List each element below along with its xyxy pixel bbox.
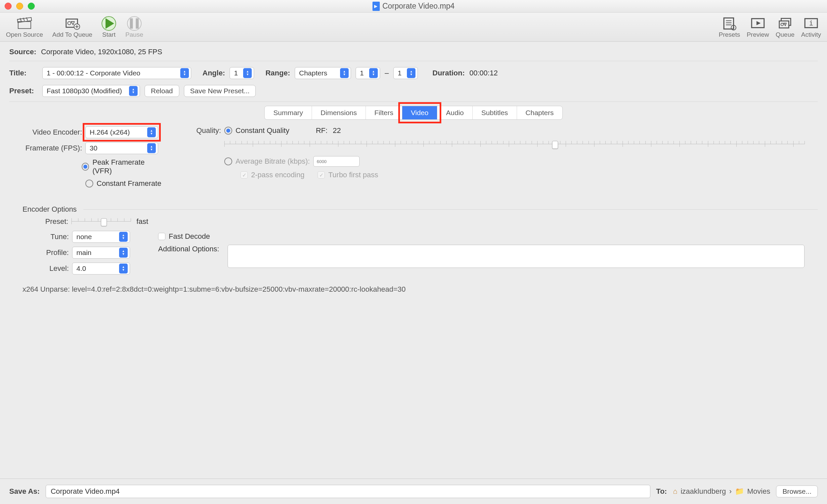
title-select[interactable]: 1 - 00:00:12 - Corporate Video: [42, 67, 191, 79]
average-bitrate-radio[interactable]: [224, 157, 232, 165]
queue-button[interactable]: Queue: [776, 16, 794, 38]
preview-button[interactable]: Preview: [746, 16, 769, 38]
level-select[interactable]: 4.0: [72, 263, 130, 274]
select-arrows-icon: [340, 68, 349, 78]
tab-filters[interactable]: Filters: [366, 106, 402, 119]
profile-select[interactable]: main: [72, 247, 130, 259]
angle-select[interactable]: 1: [230, 67, 254, 79]
window-titlebar: Corporate Video.mp4: [0, 0, 827, 12]
peak-vfr-label: Peak Framerate (VFR): [92, 158, 161, 175]
level-label: Level:: [22, 264, 69, 273]
select-arrows-icon: [147, 143, 156, 153]
duration-label: Duration:: [432, 69, 465, 78]
additional-options-input[interactable]: [228, 245, 805, 268]
select-arrows-icon: [119, 248, 128, 258]
constant-quality-label: Constant Quality: [236, 126, 289, 135]
range-label: Range:: [265, 69, 290, 78]
tab-audio[interactable]: Audio: [437, 106, 473, 119]
window-zoom-button[interactable]: [28, 3, 35, 10]
select-arrows-icon: [147, 127, 156, 137]
tune-select[interactable]: none: [72, 231, 130, 243]
additional-options-label: Additional Options:: [158, 245, 224, 253]
open-source-button[interactable]: Open Source: [6, 16, 43, 38]
profile-label: Profile:: [22, 248, 69, 257]
browse-button[interactable]: Browse...: [776, 486, 818, 497]
pause-icon: [127, 16, 142, 31]
tab-chapters[interactable]: Chapters: [517, 106, 563, 119]
presets-button[interactable]: Presets: [719, 16, 740, 38]
main-toolbar: Open Source Add To Queue Start Pause Pre…: [0, 12, 827, 42]
document-icon: [373, 2, 380, 11]
select-arrows-icon: [369, 68, 378, 78]
range-dash: –: [385, 69, 389, 78]
to-label: To:: [656, 487, 667, 496]
select-arrows-icon: [407, 68, 416, 78]
source-value: Corporate Video, 1920x1080, 25 FPS: [41, 48, 162, 56]
video-encoder-select[interactable]: H.264 (x264): [85, 126, 158, 138]
svg-rect-13: [724, 18, 733, 29]
range-from-select[interactable]: 1: [356, 67, 380, 79]
encoder-preset-slider[interactable]: [71, 216, 130, 227]
encoder-options-header: Encoder Options: [22, 205, 77, 214]
select-arrows-icon: [119, 232, 128, 242]
home-icon: ⌂: [673, 487, 677, 496]
select-arrows-icon: [129, 86, 138, 96]
tab-video[interactable]: Video: [402, 106, 437, 119]
fast-decode-checkbox[interactable]: [158, 233, 165, 240]
activity-button[interactable]: i Activity: [801, 16, 821, 38]
svg-rect-12: [136, 18, 139, 29]
constant-quality-radio[interactable]: [224, 127, 232, 135]
presets-icon: [722, 16, 737, 31]
constant-framerate-radio[interactable]: [85, 180, 93, 188]
preset-label: Preset:: [9, 87, 38, 95]
destination-path[interactable]: ⌂ izaaklundberg › 📁 Movies: [673, 487, 770, 496]
tab-summary[interactable]: Summary: [264, 106, 312, 119]
encoder-preset-speed: fast: [137, 217, 148, 226]
select-arrows-icon: [180, 68, 189, 78]
turbo-first-pass-label: Turbo first pass: [328, 171, 378, 179]
source-label: Source:: [9, 48, 36, 56]
window-title: Corporate Video.mp4: [382, 2, 454, 11]
folder-icon: 📁: [735, 487, 744, 496]
pause-button[interactable]: Pause: [126, 16, 143, 38]
angle-label: Angle:: [202, 69, 225, 78]
select-arrows-icon: [243, 68, 252, 78]
encoder-preset-label: Preset:: [22, 217, 68, 226]
constant-framerate-label: Constant Framerate: [97, 179, 161, 188]
fast-decode-label: Fast Decode: [169, 232, 210, 241]
queue-icon: [777, 16, 792, 31]
window-minimize-button[interactable]: [16, 3, 23, 10]
reload-button[interactable]: Reload: [145, 85, 179, 97]
preset-select[interactable]: Fast 1080p30 (Modified): [42, 85, 140, 97]
start-button[interactable]: Start: [102, 16, 116, 38]
svg-point-6: [67, 21, 71, 25]
footer-bar: Save As: Corporate Video.mp4 To: ⌂ izaak…: [0, 478, 827, 504]
title-label: Title:: [9, 69, 38, 78]
svg-rect-11: [130, 18, 133, 29]
svg-text:i: i: [809, 19, 814, 27]
select-arrows-icon: [119, 263, 128, 273]
activity-icon: i: [804, 16, 819, 31]
tab-bar: SummaryDimensionsFiltersVideoAudioSubtit…: [9, 106, 818, 120]
two-pass-checkbox[interactable]: [241, 171, 248, 179]
save-new-preset-button[interactable]: Save New Preset...: [184, 85, 256, 97]
peak-vfr-radio[interactable]: [82, 163, 89, 171]
turbo-first-pass-checkbox[interactable]: [318, 171, 325, 179]
save-as-input[interactable]: Corporate Video.mp4: [46, 485, 650, 498]
svg-point-18: [733, 27, 734, 28]
range-type-select[interactable]: Chapters: [295, 67, 351, 79]
quality-slider[interactable]: [224, 139, 805, 149]
framerate-select[interactable]: 30: [85, 142, 158, 154]
svg-marker-20: [757, 21, 761, 25]
add-to-queue-button[interactable]: Add To Queue: [52, 16, 92, 38]
add-queue-icon: [65, 16, 80, 31]
range-to-select[interactable]: 1: [393, 67, 418, 79]
svg-marker-10: [105, 18, 114, 29]
window-close-button[interactable]: [5, 3, 11, 10]
average-bitrate-input[interactable]: [313, 156, 359, 167]
preview-icon: [750, 16, 766, 31]
tab-subtitles[interactable]: Subtitles: [473, 106, 517, 119]
tab-dimensions[interactable]: Dimensions: [312, 106, 366, 119]
framerate-label: Framerate (FPS):: [22, 144, 82, 152]
svg-rect-0: [18, 21, 31, 29]
